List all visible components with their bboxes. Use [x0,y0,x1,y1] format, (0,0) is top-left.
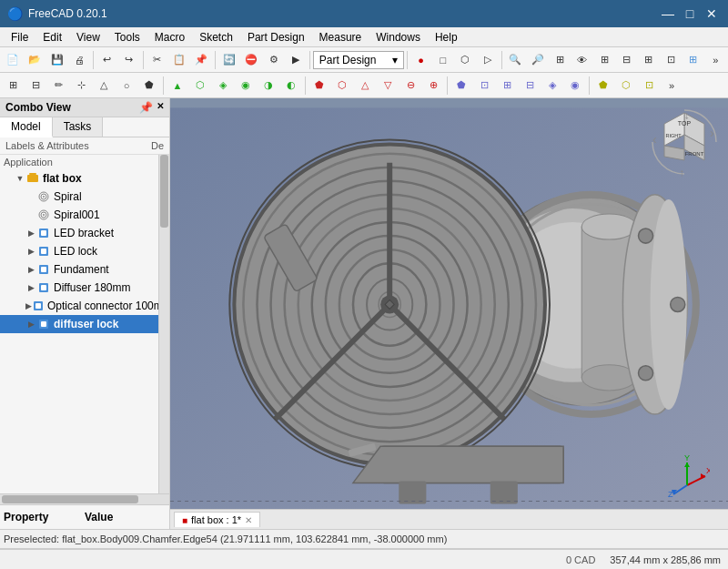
maximize-button[interactable]: □ [681,5,699,23]
tb2-b2[interactable]: ⊡ [473,75,495,97]
tb2-green2[interactable]: ⬡ [189,75,211,97]
tb2-y3[interactable]: ⊡ [638,75,660,97]
tree-item-diffuser180[interactable]: ▶ Diffuser 180mm [0,279,169,297]
tb-run[interactable]: ▶ [285,49,306,71]
tb2-red4[interactable]: ▽ [377,75,399,97]
tb2-y2[interactable]: ⬡ [615,75,637,97]
tree-item-spiral001[interactable]: Spiral001 [0,206,169,224]
tb-more6[interactable]: » [705,49,726,71]
tb2-b1[interactable]: ⬟ [450,75,472,97]
tb2-green5[interactable]: ◑ [258,75,279,97]
tree-item-opticalconn[interactable]: ▶ Optical connector 100mm [0,297,169,315]
tb2-green6[interactable]: ◐ [280,75,302,97]
tb-more1[interactable]: ⊞ [593,49,614,71]
tab-model[interactable]: Model [0,117,53,137]
tb-refresh[interactable]: 🔄 [218,49,239,71]
close-button[interactable]: ✕ [703,5,721,23]
tree-scrollbar-thumb[interactable] [160,155,168,228]
expand-flatbox[interactable]: ▼ [15,173,25,184]
menu-view[interactable]: View [69,29,107,46]
tb-view4[interactable]: ▷ [477,49,498,71]
tb-stop[interactable]: ⛔ [240,49,261,71]
viewport[interactable]: TOP FRONT RIGHT › ‹ ↑ ↑ X Y Z [170,98,728,529]
left-panel: Combo View 📌 ✕ Model Tasks Labels & Attr… [0,98,170,529]
tree-hscroll-thumb[interactable] [2,495,138,503]
tab-tasks[interactable]: Tasks [53,117,104,137]
tb-view2[interactable]: □ [432,49,453,71]
tb2-3[interactable]: ✏ [47,75,69,97]
vp-tab-close-icon[interactable]: ✕ [245,515,252,525]
view-cube[interactable]: TOP FRONT RIGHT › ‹ ↑ ↑ [648,106,721,178]
tb2-1[interactable]: ⊞ [2,75,24,97]
tb2-green4[interactable]: ◉ [235,75,257,97]
tree-horizontal-scroll[interactable] [0,493,169,504]
tb-paste[interactable]: 📌 [191,49,212,71]
tb2-2[interactable]: ⊟ [25,75,46,97]
tree-item-fundament[interactable]: ▶ Fundament [0,260,169,279]
tb-more3[interactable]: ⊞ [638,49,659,71]
tb-redo[interactable]: ↪ [118,49,139,71]
menu-windows[interactable]: Windows [369,29,428,46]
combo-close-icon[interactable]: ✕ [157,101,164,114]
tree-scrollbar[interactable] [158,155,169,493]
tb2-red1[interactable]: ⬟ [308,75,330,97]
menu-help[interactable]: Help [428,29,465,46]
tb2-7[interactable]: ⬟ [138,75,160,97]
combo-pin-icon[interactable]: 📌 [139,101,153,114]
tb-undo[interactable]: ↩ [96,49,117,71]
menu-macro[interactable]: Macro [147,29,192,46]
tb2-red6[interactable]: ⊕ [422,75,444,97]
tb2-green1[interactable]: ▲ [167,75,188,97]
expand-diffuser180[interactable]: ▶ [25,282,36,293]
workbench-selector[interactable]: Part Design ▾ [313,51,404,69]
tree-item-ledlock[interactable]: ▶ LED lock [0,242,169,260]
tb2-green3[interactable]: ◈ [212,75,234,97]
tb-view5[interactable]: 👁 [571,49,592,71]
tb2-red3[interactable]: △ [354,75,376,97]
expand-opticalconn[interactable]: ▶ [25,300,32,311]
tb2-red5[interactable]: ⊖ [399,75,421,97]
minimize-button[interactable]: — [659,5,677,23]
tb2-b6[interactable]: ◉ [564,75,586,97]
tb2-5[interactable]: △ [93,75,115,97]
tb-macro[interactable]: ⚙ [263,49,284,71]
tb-more5[interactable]: ⊞ [682,49,703,71]
tb-cut[interactable]: ✂ [147,49,167,71]
tb-new[interactable]: 📄 [2,49,23,71]
tb-zoom-box[interactable]: ⊞ [549,49,570,71]
tree-item-ledbracket[interactable]: ▶ LED bracket [0,224,169,242]
tree-item-flatbox[interactable]: ▼ flat box [0,169,169,188]
tb2-b4[interactable]: ⊟ [519,75,541,97]
menu-measure[interactable]: Measure [312,29,369,46]
menu-sketch[interactable]: Sketch [192,29,240,46]
tb-save[interactable]: 💾 [46,49,67,71]
expand-ledbracket[interactable]: ▶ [25,228,36,239]
tb2-b3[interactable]: ⊞ [496,75,518,97]
tb2-b5[interactable]: ◈ [541,75,563,97]
tree-item-spiral[interactable]: Spiral [0,188,169,206]
svg-text:RIGHT: RIGHT [665,133,682,138]
tb2-red2[interactable]: ⬡ [331,75,353,97]
expand-diffuserlock[interactable]: ▶ [25,319,36,330]
tb-more2[interactable]: ⊟ [616,49,637,71]
tb-more4[interactable]: ⊡ [661,49,682,71]
menu-file[interactable]: File [4,29,35,46]
tb-view1[interactable]: ● [410,49,431,71]
tb-zoom-fit[interactable]: 🔍 [505,49,526,71]
tb2-more[interactable]: » [661,75,682,97]
menu-edit[interactable]: Edit [35,29,69,46]
tb2-6[interactable]: ○ [116,75,137,97]
expand-ledlock[interactable]: ▶ [25,246,36,257]
expand-fundament[interactable]: ▶ [25,264,36,275]
menu-partdesign[interactable]: Part Design [240,29,312,46]
tb-open[interactable]: 📂 [24,49,45,71]
viewport-tab-flatbox[interactable]: ■ flat box : 1* ✕ [174,512,260,527]
tb-copy[interactable]: 📋 [168,49,189,71]
tb2-y1[interactable]: ⬟ [592,75,614,97]
tree-item-diffuserlock[interactable]: ▶ diffuser lock [0,315,169,333]
tb-zoom-in[interactable]: 🔎 [527,49,548,71]
tb2-4[interactable]: ⊹ [70,75,92,97]
menu-tools[interactable]: Tools [107,29,147,46]
tb-print[interactable]: 🖨 [68,49,89,71]
tb-view3[interactable]: ⬡ [455,49,476,71]
